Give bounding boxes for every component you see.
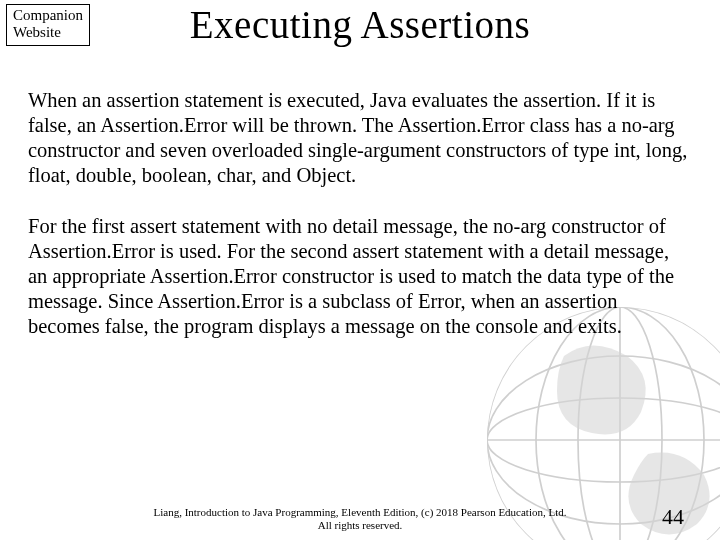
footer-citation: Liang, Introduction to Java Programming,… xyxy=(0,506,720,532)
companion-line2: Website xyxy=(13,24,83,41)
footer-line1: Liang, Introduction to Java Programming,… xyxy=(0,506,720,519)
companion-line1: Companion xyxy=(13,7,83,24)
paragraph-2: For the first assert statement with no d… xyxy=(28,214,692,339)
slide-title: Executing Assertions xyxy=(0,2,720,47)
companion-website-badge: Companion Website xyxy=(6,4,90,46)
body-text: When an assertion statement is executed,… xyxy=(28,88,692,339)
page-number: 44 xyxy=(662,504,684,530)
footer-line2: All rights reserved. xyxy=(0,519,720,532)
paragraph-1: When an assertion statement is executed,… xyxy=(28,88,692,188)
